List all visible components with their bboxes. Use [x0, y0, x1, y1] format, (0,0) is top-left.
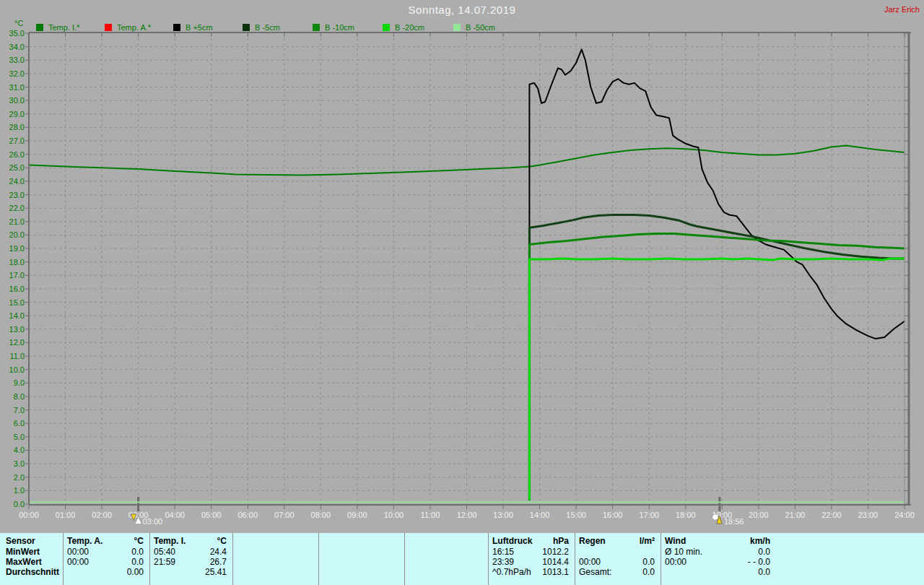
svg-text:18:00: 18:00 — [676, 511, 696, 519]
table-divider — [404, 533, 405, 585]
table-row-label: MinWert — [6, 547, 40, 557]
svg-text:13:00: 13:00 — [493, 511, 513, 519]
table-cell: 00:000.0 — [579, 557, 655, 567]
svg-text:21.0: 21.0 — [9, 217, 25, 226]
svg-text:11.0: 11.0 — [9, 352, 25, 360]
table-divider — [488, 533, 489, 585]
svg-text:8.0: 8.0 — [14, 392, 25, 401]
table-divider — [661, 533, 661, 585]
svg-text:23:00: 23:00 — [858, 511, 879, 519]
svg-text:29.0: 29.0 — [9, 110, 25, 118]
svg-text:26.0: 26.0 — [9, 150, 25, 159]
svg-text:19.0: 19.0 — [9, 244, 25, 253]
table-divider — [318, 533, 319, 585]
plot-border — [29, 32, 911, 505]
svg-text:01:00: 01:00 — [56, 511, 76, 519]
svg-text:08:00: 08:00 — [311, 511, 331, 519]
table-cell: 23:391014.4 — [492, 557, 569, 567]
svg-text:9.0: 9.0 — [14, 378, 25, 387]
svg-text:3.0: 3.0 — [14, 459, 25, 468]
svg-text:20:00: 20:00 — [749, 511, 769, 519]
svg-text:18.0: 18.0 — [9, 258, 25, 266]
table-col-header: Temp. I.°C — [154, 536, 227, 546]
svg-text:12:00: 12:00 — [457, 511, 477, 519]
svg-text:04:00: 04:00 — [165, 511, 185, 519]
svg-text:16:00: 16:00 — [603, 511, 623, 519]
svg-text:34.0: 34.0 — [9, 43, 25, 51]
svg-text:6.0: 6.0 — [14, 419, 25, 428]
svg-text:33.0: 33.0 — [9, 56, 25, 64]
table-row-label: MaxWert — [6, 557, 42, 567]
svg-text:30.0: 30.0 — [9, 96, 25, 105]
table-divider — [149, 533, 150, 585]
svg-text:20.0: 20.0 — [9, 230, 25, 239]
svg-text:17:00: 17:00 — [639, 511, 659, 519]
svg-text:15.0: 15.0 — [9, 298, 25, 307]
table-cell: Ø 10 min.0.0 — [665, 547, 770, 557]
svg-text:1.0: 1.0 — [14, 486, 25, 495]
svg-text:24:00: 24:00 — [894, 511, 915, 519]
svg-text:22.0: 22.0 — [9, 204, 25, 212]
svg-text:2.0: 2.0 — [14, 473, 25, 482]
svg-text:7.0: 7.0 — [14, 406, 25, 415]
svg-text:31.0: 31.0 — [9, 83, 25, 92]
table-cell: Gesamt:0.0 — [579, 567, 655, 577]
svg-text:10:00: 10:00 — [384, 511, 404, 519]
table-cell: 0.0 — [665, 567, 770, 577]
svg-text:23.0: 23.0 — [9, 191, 25, 199]
temperature-chart: 0.01.02.03.04.05.06.07.08.09.010.011.012… — [0, 0, 924, 533]
svg-text:24.0: 24.0 — [9, 177, 25, 186]
svg-text:00:00: 00:00 — [19, 511, 39, 519]
table-cell: 0.00 — [67, 567, 144, 577]
table-col-header: Regenl/m² — [579, 536, 655, 546]
svg-text:02:00: 02:00 — [92, 511, 112, 519]
svg-text:13.0: 13.0 — [9, 325, 25, 334]
table-cell: ^0.7hPa/h1013.1 — [492, 567, 569, 577]
svg-text:09:00: 09:00 — [347, 511, 367, 519]
table-cell: 00:00- - 0.0 — [665, 557, 770, 567]
table-row-label: Sensor — [6, 536, 35, 546]
table-cell: 21:5926.7 — [154, 557, 227, 567]
table-col-header: Windkm/h — [665, 536, 770, 546]
svg-text:14.0: 14.0 — [9, 311, 25, 320]
svg-text:16.0: 16.0 — [9, 285, 25, 293]
svg-text:15:00: 15:00 — [566, 511, 586, 519]
svg-text:0.0: 0.0 — [14, 500, 25, 508]
svg-text:28.0: 28.0 — [9, 123, 25, 131]
table-divider — [575, 533, 575, 585]
table-row-label: Durchschnitt — [6, 567, 59, 577]
table-cell: 05:4024.4 — [154, 547, 227, 557]
svg-text:5.0: 5.0 — [14, 433, 25, 441]
svg-text:17.0: 17.0 — [9, 271, 25, 280]
svg-text:14:00: 14:00 — [530, 511, 550, 519]
event-marker-time: 18:56 — [724, 517, 744, 526]
table-cell: 25.41 — [154, 567, 227, 577]
event-marker-time: 03:00 — [143, 517, 163, 526]
svg-text:06:00: 06:00 — [237, 511, 258, 519]
svg-text:25.0: 25.0 — [9, 163, 25, 172]
stats-table: SensorMinWertMaxWertDurchschnittTemp. A.… — [0, 533, 924, 585]
table-cell: 00:000.0 — [67, 557, 144, 567]
svg-text:05:00: 05:00 — [201, 511, 222, 519]
svg-text:11:00: 11:00 — [421, 511, 440, 519]
svg-text:07:00: 07:00 — [274, 511, 295, 519]
table-col-header: LuftdruckhPa — [492, 536, 569, 546]
svg-text:12.0: 12.0 — [9, 338, 25, 347]
svg-text:27.0: 27.0 — [9, 136, 25, 145]
series-line-b-5cm — [529, 215, 905, 500]
series-line-b-5cm — [529, 49, 905, 500]
svg-text:21:00: 21:00 — [785, 511, 806, 519]
svg-text:32.0: 32.0 — [9, 69, 25, 78]
gridlines — [29, 33, 905, 504]
table-col-header: Temp. A.°C — [67, 536, 144, 546]
svg-text:22:00: 22:00 — [821, 511, 842, 519]
table-divider — [232, 533, 233, 585]
svg-text:35.0: 35.0 — [9, 29, 25, 38]
table-cell: 00:000.0 — [67, 547, 144, 557]
table-cell: 16:151012.2 — [492, 547, 569, 557]
svg-text:4.0: 4.0 — [14, 446, 25, 454]
table-divider — [63, 533, 64, 585]
series-line-b-10cm — [529, 234, 905, 500]
svg-text:10.0: 10.0 — [9, 365, 25, 374]
